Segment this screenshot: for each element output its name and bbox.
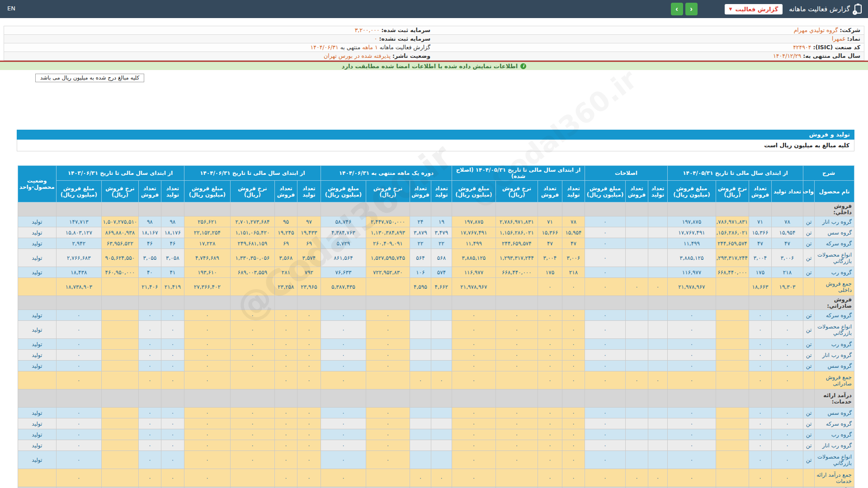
report-nav-buttons: ‹ › — [671, 3, 698, 15]
value-cell: ۳,۰۰۶ — [771, 249, 803, 267]
status-cell: تولید — [18, 310, 56, 321]
section-cell — [56, 202, 101, 216]
value-cell: ۳,۵۷۴ — [297, 249, 321, 267]
value-cell — [716, 451, 749, 469]
value-cell: ۳,۴۷۹ — [431, 227, 452, 238]
value-cell: ۰ — [184, 310, 230, 321]
status-cell: تولید — [18, 350, 56, 361]
unregistered-capital-label: سرمایه ثبت نشده: — [379, 35, 430, 42]
unit-cell — [803, 469, 814, 487]
value-cell: ۲۷,۳۶۶,۴۰۲ — [184, 278, 230, 296]
value-cell: ۲۴۴,۶۵۹,۵۷۴ — [716, 238, 749, 249]
value-cell: ۰ — [749, 440, 771, 451]
value-cell: ۴۷ — [562, 238, 585, 249]
value-cell — [625, 350, 648, 361]
prev-report-button[interactable]: ‹ — [671, 3, 683, 15]
column-header: تعداد فروش — [749, 181, 771, 202]
value-cell: ۰ — [452, 418, 495, 429]
value-cell: ۰ — [562, 278, 585, 296]
table-body: فروش داخلي:گروه رب انارتن۷۸۷۱۲,۷۸۶,۹۷۱,۸… — [18, 202, 854, 488]
value-cell: ۰ — [585, 310, 625, 321]
section-cell — [749, 296, 771, 310]
value-cell: ۰ — [230, 350, 274, 361]
unit-cell: تن — [803, 227, 814, 238]
value-cell: ۰ — [56, 371, 101, 389]
section-label: درآمد ارائه خدمات: — [815, 389, 854, 408]
value-cell: ۱۱,۴۹۹ — [452, 238, 495, 249]
value-cell: ۰ — [138, 310, 161, 321]
value-cell — [431, 451, 452, 469]
value-cell: ۰ — [56, 408, 101, 418]
value-cell: ۱۷۵ — [538, 267, 562, 278]
section-cell — [495, 296, 538, 310]
value-cell: ۱,۲۹۳,۳۱۷,۲۴۴ — [495, 249, 538, 267]
language-switch[interactable]: EN — [7, 5, 15, 12]
value-cell — [625, 440, 648, 451]
section-label: فروش داخلي: — [815, 202, 854, 216]
table-row: گروه سرکهتن۰۰۰۰۰۰۰۰۰۰۰۰۰۰۰۰۰تولید — [18, 418, 854, 429]
section-cell — [321, 389, 366, 408]
value-cell — [648, 310, 667, 321]
value-cell: ۰ — [667, 361, 716, 371]
product-name-cell: گروه سس — [815, 227, 854, 238]
column-header: نرخ فروش (ریال) — [716, 181, 749, 202]
value-cell: ۰ — [771, 418, 803, 429]
value-cell: ۱,۱۳۰,۳۸۴,۸۹۳ — [366, 227, 410, 238]
unit-cell: تن — [803, 361, 814, 371]
value-cell: ۷۹۲ — [297, 267, 321, 278]
value-cell: ۰ — [161, 361, 184, 371]
value-cell — [648, 361, 667, 371]
value-cell — [431, 408, 452, 418]
value-cell: ۰ — [321, 371, 366, 389]
value-cell: ۰ — [366, 339, 410, 350]
value-cell: ۰ — [585, 371, 625, 389]
unit-cell: تن — [803, 267, 814, 278]
value-cell: ۹۸ — [161, 216, 184, 227]
info-row: سال مالی منتهی به: ۱۴۰۴/۱۲/۲۹ وضعیت ناشر… — [4, 52, 864, 61]
value-cell — [366, 278, 410, 296]
value-cell: ۰ — [138, 339, 161, 350]
value-cell: ۳,۸۸۵,۱۲۵ — [452, 249, 495, 267]
section-cell — [452, 389, 495, 408]
value-cell: ۰ — [538, 408, 562, 418]
value-cell: ۴,۵۹۵ — [410, 278, 431, 296]
value-cell: ۰ — [585, 408, 625, 418]
table-row: انواع محصولات بازرگانيتن۰۰۰۰۰۰۰۰۰۰۰۰۰۰۰۰… — [18, 321, 854, 339]
value-cell: ۰ — [585, 429, 625, 440]
report-type-dropdown[interactable]: گزارش فعالیت ▼ — [725, 4, 783, 14]
unit-cell: تن — [803, 238, 814, 249]
value-cell: ۷۱ — [538, 216, 562, 227]
section-cell — [771, 202, 803, 216]
value-cell: ۰ — [625, 278, 648, 296]
section-cell — [562, 296, 585, 310]
product-name-cell: گروه سس — [815, 408, 854, 418]
value-cell: ۰ — [184, 451, 230, 469]
product-name-cell: گروه سس — [815, 361, 854, 371]
value-cell: ۰ — [230, 310, 274, 321]
section-cell — [321, 202, 366, 216]
value-cell: ۶۸۹,۰۰۳,۵۵۹ — [230, 267, 274, 278]
value-cell: ۰ — [56, 350, 101, 361]
total-row: جمع فروش داخلی۱۹,۳۰۳۱۸,۶۶۳۲۱,۹۷۸,۹۶۷۰۰۰۰… — [18, 278, 854, 296]
value-cell: ۰ — [431, 371, 452, 389]
value-cell: ۰ — [230, 361, 274, 371]
section-cell — [138, 202, 161, 216]
value-cell — [101, 451, 138, 469]
unit-cell: تن — [803, 451, 814, 469]
value-cell — [410, 418, 431, 429]
production-sales-table: شرحاز ابتدای سال مالی تا تاریخ ۱۴۰۴/۰۵/۳… — [18, 165, 854, 488]
value-cell: ۰ — [230, 451, 274, 469]
value-cell — [625, 310, 648, 321]
isic-value: ۴۲۴۹۰۴ — [793, 44, 811, 51]
next-report-button[interactable]: › — [685, 3, 698, 15]
value-cell: ۱۷,۷۶۷,۴۹۱ — [667, 227, 716, 238]
unregistered-capital-field: سرمایه ثبت نشده: ۰ — [4, 35, 434, 43]
value-cell — [716, 408, 749, 418]
value-cell: ۰ — [562, 418, 585, 429]
value-cell: ۰ — [452, 339, 495, 350]
page-title: گزارش فعالیت ماهانه — [789, 5, 850, 13]
status-cell: تولید — [18, 321, 56, 339]
section-cell — [101, 202, 138, 216]
value-cell: ۰ — [538, 278, 562, 296]
value-cell: ۴۷ — [749, 238, 771, 249]
